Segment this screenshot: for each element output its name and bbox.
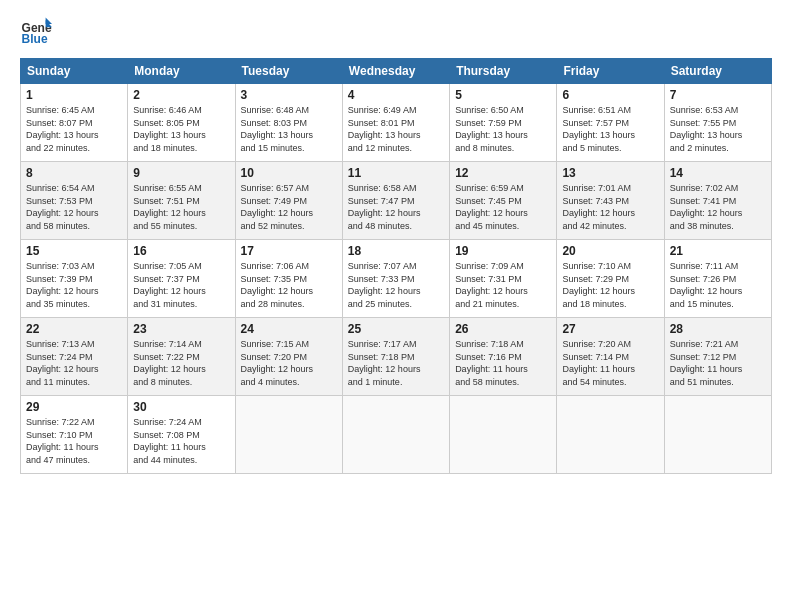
col-header-wednesday: Wednesday (342, 59, 449, 84)
day-info: Sunrise: 7:13 AM Sunset: 7:24 PM Dayligh… (26, 338, 122, 388)
col-header-monday: Monday (128, 59, 235, 84)
day-info: Sunrise: 7:14 AM Sunset: 7:22 PM Dayligh… (133, 338, 229, 388)
col-header-saturday: Saturday (664, 59, 771, 84)
day-info: Sunrise: 7:22 AM Sunset: 7:10 PM Dayligh… (26, 416, 122, 466)
day-cell: 25Sunrise: 7:17 AM Sunset: 7:18 PM Dayli… (342, 318, 449, 396)
day-cell: 7Sunrise: 6:53 AM Sunset: 7:55 PM Daylig… (664, 84, 771, 162)
col-header-tuesday: Tuesday (235, 59, 342, 84)
day-cell: 16Sunrise: 7:05 AM Sunset: 7:37 PM Dayli… (128, 240, 235, 318)
day-info: Sunrise: 6:51 AM Sunset: 7:57 PM Dayligh… (562, 104, 658, 154)
day-info: Sunrise: 7:06 AM Sunset: 7:35 PM Dayligh… (241, 260, 337, 310)
day-cell (557, 396, 664, 474)
header: General Blue (20, 16, 772, 48)
day-cell: 29Sunrise: 7:22 AM Sunset: 7:10 PM Dayli… (21, 396, 128, 474)
week-row-1: 1Sunrise: 6:45 AM Sunset: 8:07 PM Daylig… (21, 84, 772, 162)
day-cell: 21Sunrise: 7:11 AM Sunset: 7:26 PM Dayli… (664, 240, 771, 318)
day-cell: 28Sunrise: 7:21 AM Sunset: 7:12 PM Dayli… (664, 318, 771, 396)
day-cell: 9Sunrise: 6:55 AM Sunset: 7:51 PM Daylig… (128, 162, 235, 240)
day-info: Sunrise: 7:02 AM Sunset: 7:41 PM Dayligh… (670, 182, 766, 232)
day-info: Sunrise: 6:54 AM Sunset: 7:53 PM Dayligh… (26, 182, 122, 232)
day-info: Sunrise: 6:53 AM Sunset: 7:55 PM Dayligh… (670, 104, 766, 154)
day-number: 17 (241, 244, 337, 258)
day-number: 2 (133, 88, 229, 102)
day-info: Sunrise: 7:20 AM Sunset: 7:14 PM Dayligh… (562, 338, 658, 388)
day-cell (235, 396, 342, 474)
day-cell: 10Sunrise: 6:57 AM Sunset: 7:49 PM Dayli… (235, 162, 342, 240)
day-info: Sunrise: 7:07 AM Sunset: 7:33 PM Dayligh… (348, 260, 444, 310)
day-number: 24 (241, 322, 337, 336)
day-number: 1 (26, 88, 122, 102)
day-cell: 4Sunrise: 6:49 AM Sunset: 8:01 PM Daylig… (342, 84, 449, 162)
week-row-2: 8Sunrise: 6:54 AM Sunset: 7:53 PM Daylig… (21, 162, 772, 240)
day-cell: 24Sunrise: 7:15 AM Sunset: 7:20 PM Dayli… (235, 318, 342, 396)
day-cell: 8Sunrise: 6:54 AM Sunset: 7:53 PM Daylig… (21, 162, 128, 240)
day-number: 20 (562, 244, 658, 258)
day-info: Sunrise: 6:59 AM Sunset: 7:45 PM Dayligh… (455, 182, 551, 232)
day-number: 28 (670, 322, 766, 336)
col-header-sunday: Sunday (21, 59, 128, 84)
day-number: 13 (562, 166, 658, 180)
week-row-3: 15Sunrise: 7:03 AM Sunset: 7:39 PM Dayli… (21, 240, 772, 318)
day-info: Sunrise: 7:10 AM Sunset: 7:29 PM Dayligh… (562, 260, 658, 310)
col-header-thursday: Thursday (450, 59, 557, 84)
day-info: Sunrise: 7:01 AM Sunset: 7:43 PM Dayligh… (562, 182, 658, 232)
day-cell: 19Sunrise: 7:09 AM Sunset: 7:31 PM Dayli… (450, 240, 557, 318)
logo: General Blue (20, 16, 56, 48)
day-cell: 11Sunrise: 6:58 AM Sunset: 7:47 PM Dayli… (342, 162, 449, 240)
day-number: 6 (562, 88, 658, 102)
day-info: Sunrise: 7:18 AM Sunset: 7:16 PM Dayligh… (455, 338, 551, 388)
logo-icon: General Blue (20, 16, 52, 48)
day-cell (450, 396, 557, 474)
day-info: Sunrise: 7:15 AM Sunset: 7:20 PM Dayligh… (241, 338, 337, 388)
day-number: 29 (26, 400, 122, 414)
day-number: 22 (26, 322, 122, 336)
day-number: 11 (348, 166, 444, 180)
day-info: Sunrise: 6:48 AM Sunset: 8:03 PM Dayligh… (241, 104, 337, 154)
day-cell: 17Sunrise: 7:06 AM Sunset: 7:35 PM Dayli… (235, 240, 342, 318)
day-info: Sunrise: 6:57 AM Sunset: 7:49 PM Dayligh… (241, 182, 337, 232)
day-info: Sunrise: 6:49 AM Sunset: 8:01 PM Dayligh… (348, 104, 444, 154)
day-number: 10 (241, 166, 337, 180)
day-cell: 23Sunrise: 7:14 AM Sunset: 7:22 PM Dayli… (128, 318, 235, 396)
day-number: 12 (455, 166, 551, 180)
day-info: Sunrise: 6:58 AM Sunset: 7:47 PM Dayligh… (348, 182, 444, 232)
day-cell: 6Sunrise: 6:51 AM Sunset: 7:57 PM Daylig… (557, 84, 664, 162)
day-cell (342, 396, 449, 474)
day-info: Sunrise: 6:55 AM Sunset: 7:51 PM Dayligh… (133, 182, 229, 232)
day-number: 16 (133, 244, 229, 258)
day-number: 8 (26, 166, 122, 180)
day-cell: 30Sunrise: 7:24 AM Sunset: 7:08 PM Dayli… (128, 396, 235, 474)
day-cell: 13Sunrise: 7:01 AM Sunset: 7:43 PM Dayli… (557, 162, 664, 240)
day-number: 21 (670, 244, 766, 258)
day-number: 26 (455, 322, 551, 336)
day-number: 7 (670, 88, 766, 102)
day-number: 14 (670, 166, 766, 180)
week-row-4: 22Sunrise: 7:13 AM Sunset: 7:24 PM Dayli… (21, 318, 772, 396)
day-cell: 1Sunrise: 6:45 AM Sunset: 8:07 PM Daylig… (21, 84, 128, 162)
day-number: 19 (455, 244, 551, 258)
day-cell: 5Sunrise: 6:50 AM Sunset: 7:59 PM Daylig… (450, 84, 557, 162)
day-cell (664, 396, 771, 474)
day-info: Sunrise: 7:21 AM Sunset: 7:12 PM Dayligh… (670, 338, 766, 388)
day-cell: 3Sunrise: 6:48 AM Sunset: 8:03 PM Daylig… (235, 84, 342, 162)
day-cell: 14Sunrise: 7:02 AM Sunset: 7:41 PM Dayli… (664, 162, 771, 240)
day-info: Sunrise: 7:17 AM Sunset: 7:18 PM Dayligh… (348, 338, 444, 388)
day-cell: 15Sunrise: 7:03 AM Sunset: 7:39 PM Dayli… (21, 240, 128, 318)
day-info: Sunrise: 7:11 AM Sunset: 7:26 PM Dayligh… (670, 260, 766, 310)
day-number: 23 (133, 322, 229, 336)
week-row-5: 29Sunrise: 7:22 AM Sunset: 7:10 PM Dayli… (21, 396, 772, 474)
day-cell: 26Sunrise: 7:18 AM Sunset: 7:16 PM Dayli… (450, 318, 557, 396)
day-number: 27 (562, 322, 658, 336)
day-number: 9 (133, 166, 229, 180)
day-info: Sunrise: 7:24 AM Sunset: 7:08 PM Dayligh… (133, 416, 229, 466)
day-info: Sunrise: 6:45 AM Sunset: 8:07 PM Dayligh… (26, 104, 122, 154)
day-cell: 12Sunrise: 6:59 AM Sunset: 7:45 PM Dayli… (450, 162, 557, 240)
column-headers: SundayMondayTuesdayWednesdayThursdayFrid… (21, 59, 772, 84)
day-info: Sunrise: 6:50 AM Sunset: 7:59 PM Dayligh… (455, 104, 551, 154)
day-number: 30 (133, 400, 229, 414)
day-cell: 2Sunrise: 6:46 AM Sunset: 8:05 PM Daylig… (128, 84, 235, 162)
calendar-table: SundayMondayTuesdayWednesdayThursdayFrid… (20, 58, 772, 474)
day-number: 18 (348, 244, 444, 258)
day-cell: 18Sunrise: 7:07 AM Sunset: 7:33 PM Dayli… (342, 240, 449, 318)
day-number: 25 (348, 322, 444, 336)
